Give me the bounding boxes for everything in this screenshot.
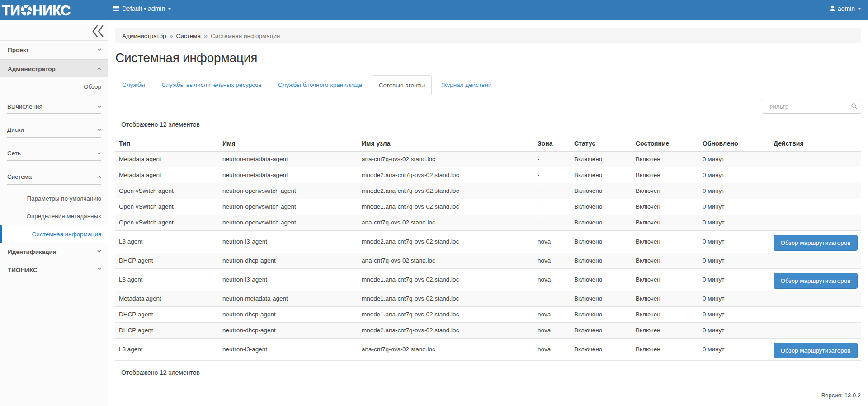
svg-text:ТИ: ТИ xyxy=(2,3,20,18)
svg-text:НИКС: НИКС xyxy=(33,3,71,18)
